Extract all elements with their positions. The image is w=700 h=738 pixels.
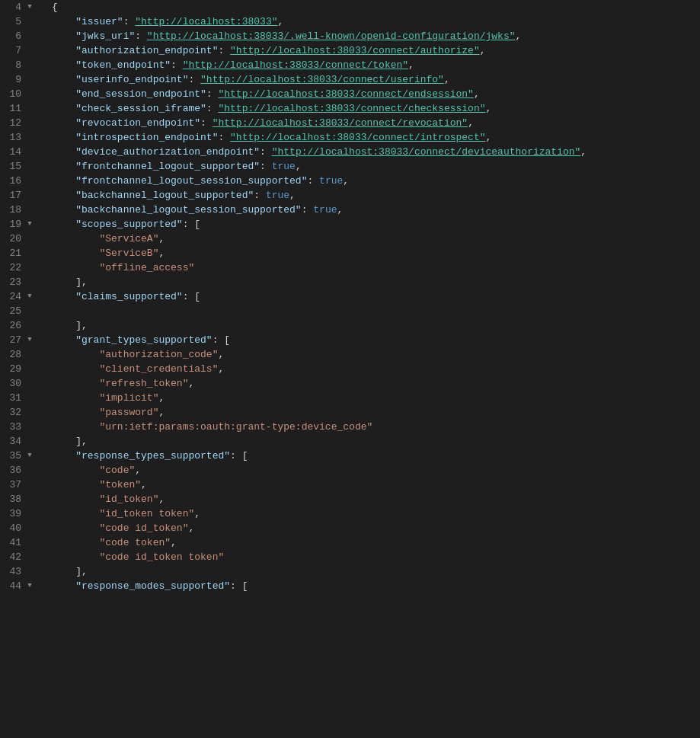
json-link[interactable]: "http://localhost:38033/connect/userinfo… <box>200 72 444 87</box>
json-link[interactable]: "http://localhost:38033/connect/deviceau… <box>272 145 581 159</box>
code-line: "check_session_iframe": "http://localhos… <box>52 101 700 116</box>
line-number: 19 <box>0 217 24 232</box>
json-punct: : <box>135 29 147 43</box>
json-punct: , <box>218 362 224 376</box>
code-line: "client_credentials", <box>52 362 700 376</box>
code-line: "introspection_endpoint": "http://localh… <box>52 130 700 145</box>
json-punct: : <box>200 116 213 130</box>
code-line: { <box>52 0 700 14</box>
line-number: 43 <box>0 564 24 579</box>
line-number: 6 <box>0 29 24 43</box>
json-punct: : <box>307 174 319 188</box>
json-punct: : <box>254 188 266 203</box>
json-string: "ServiceB" <box>99 246 158 260</box>
code-line: ], <box>52 275 700 289</box>
json-punct: , <box>580 145 587 159</box>
fold-arrow[interactable]: ▼ <box>24 289 35 304</box>
json-bool: true <box>313 203 337 217</box>
line-number: 8 <box>0 58 24 72</box>
json-punct: , <box>141 478 147 492</box>
line-number: 32 <box>0 405 24 420</box>
code-line: "response_modes_supported": [ <box>52 579 700 593</box>
json-key: "response_types_supported" <box>75 449 230 463</box>
line-number: 38 <box>0 492 24 506</box>
json-punct: ], <box>75 318 88 333</box>
json-string: "code id_token token" <box>99 550 224 564</box>
json-punct: : <box>123 14 136 29</box>
fold-arrow[interactable]: ▼ <box>24 217 35 232</box>
json-key: "backchannel_logout_session_supported" <box>75 203 301 217</box>
json-key: "frontchannel_logout_session_supported" <box>75 174 307 188</box>
json-punct: ], <box>75 275 88 289</box>
json-punct: ], <box>75 434 88 449</box>
code-line: "offline_access" <box>52 260 700 275</box>
json-link[interactable]: "http://localhost:38033/connect/introspe… <box>230 130 485 145</box>
json-string: "offline_access" <box>99 260 194 275</box>
json-key: "backchannel_logout_supported" <box>75 188 254 203</box>
json-link[interactable]: "http://localhost:38033" <box>135 14 277 29</box>
code-line: "token", <box>52 478 700 492</box>
code-line: "code id_token token" <box>52 550 700 564</box>
json-bool: true <box>266 188 289 203</box>
line-number: 42 <box>0 550 24 564</box>
json-bool: true <box>319 174 343 188</box>
line-number: 22 <box>0 260 24 275</box>
code-line: "claims_supported": [ <box>52 289 700 304</box>
json-punct: , <box>296 159 302 174</box>
line-number: 20 <box>0 232 24 246</box>
json-key: "userinfo_endpoint" <box>75 72 188 87</box>
json-link[interactable]: "http://localhost:38033/connect/checkses… <box>218 101 485 116</box>
json-link[interactable]: "http://localhost:38033/connect/revocati… <box>213 116 468 130</box>
json-key: "response_modes_supported" <box>75 579 230 593</box>
json-link[interactable]: "http://localhost:38033/connect/authoriz… <box>230 43 480 58</box>
line-number: 40 <box>0 521 24 535</box>
line-number: 35 <box>0 449 24 463</box>
code-line: "authorization_code", <box>52 347 700 362</box>
line-number: 21 <box>0 246 24 260</box>
json-key: "grant_types_supported" <box>75 333 212 347</box>
json-punct: , <box>194 506 200 521</box>
code-line: "code id_token", <box>52 521 700 535</box>
json-link[interactable]: "http://localhost:38033/connect/endsessi… <box>218 87 473 101</box>
json-key: "revocation_endpoint" <box>75 116 200 130</box>
json-punct: : [ <box>230 449 248 463</box>
line-number: 28 <box>0 347 24 362</box>
code-line: "implicit", <box>52 391 700 405</box>
json-punct: : <box>260 159 272 174</box>
json-punct: , <box>218 347 224 362</box>
line-number: 23 <box>0 275 24 289</box>
line-number: 13 <box>0 130 24 145</box>
fold-arrow[interactable]: ▼ <box>24 0 35 14</box>
code-line: "id_token token", <box>52 506 700 521</box>
code-line: "ServiceA", <box>52 232 700 246</box>
json-string: "refresh_token" <box>99 376 188 391</box>
json-punct: , <box>158 391 165 405</box>
code-line: "refresh_token", <box>52 376 700 391</box>
line-number: 24 <box>0 289 24 304</box>
line-number: 15 <box>0 159 24 174</box>
json-link[interactable]: "http://localhost:38033/connect/token" <box>183 58 408 72</box>
json-key: "frontchannel_logout_supported" <box>75 159 260 174</box>
fold-arrow[interactable]: ▼ <box>24 449 35 463</box>
line-number: 44 <box>0 579 24 593</box>
line-number: 14 <box>0 145 24 159</box>
line-number: 5 <box>0 14 24 29</box>
line-number: 41 <box>0 535 24 550</box>
line-number: 36 <box>0 463 24 478</box>
json-punct: , <box>289 188 296 203</box>
code-content: { "issuer": "http://localhost:38033", "j… <box>46 0 700 738</box>
code-line: "code token", <box>52 535 700 550</box>
code-line: "backchannel_logout_supported": true, <box>52 188 700 203</box>
fold-arrow[interactable]: ▼ <box>24 333 35 347</box>
code-line: ], <box>52 564 700 579</box>
json-punct: , <box>171 535 177 550</box>
json-punct: : <box>206 101 219 116</box>
json-punct: , <box>343 174 349 188</box>
json-punct: : <box>302 203 314 217</box>
json-string: "urn:ietf:params:oauth:grant-type:device… <box>99 420 372 434</box>
json-key: "issuer" <box>75 14 123 29</box>
json-punct: , <box>135 463 141 478</box>
json-link[interactable]: "http://localhost:38033/.well-known/open… <box>147 29 516 43</box>
json-punct: : <box>206 87 219 101</box>
fold-arrow[interactable]: ▼ <box>24 579 35 593</box>
